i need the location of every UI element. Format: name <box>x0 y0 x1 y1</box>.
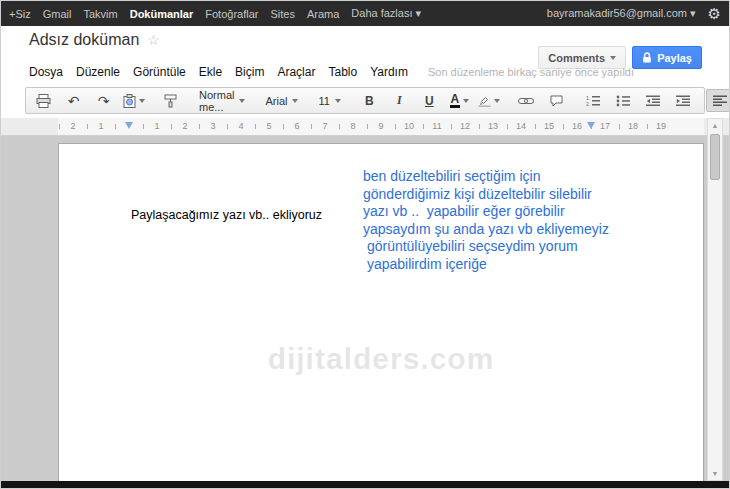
text-color-button[interactable]: A <box>445 89 474 112</box>
gbar-link[interactable]: Daha fazlası ▾ <box>351 7 421 20</box>
italic-label: I <box>397 93 402 108</box>
ruler-number: 9 <box>367 118 395 135</box>
menu-bar: DosyaDüzenleGörüntüleEkleBiçimAraçlarTab… <box>29 65 634 79</box>
comment-bubble-icon <box>550 95 563 107</box>
bold-label: B <box>365 94 374 108</box>
gbar-link[interactable]: Takvim <box>83 8 117 20</box>
title-row: Adsız doküman ☆ <box>29 31 160 49</box>
account-email[interactable]: bayramakadir56@gmail.com ▾ <box>547 7 696 20</box>
gbar-link-dokumanlar[interactable]: Dokümanlar <box>130 8 194 20</box>
ruler-number: 10 <box>395 118 423 135</box>
gbar-link[interactable]: Arama <box>307 8 339 20</box>
svg-text:2.: 2. <box>586 101 590 107</box>
document-canvas: Paylaşacağımız yazı vb.. ekliyoruz ben d… <box>1 136 729 481</box>
chevron-down-icon <box>292 99 298 103</box>
ruler-number: 2 <box>171 118 199 135</box>
bullet-list-icon <box>616 95 631 107</box>
bold-button[interactable]: B <box>355 89 384 112</box>
indent-marker-left[interactable] <box>125 122 133 129</box>
menu-item[interactable]: Yardım <box>370 65 408 79</box>
bullet-list-button[interactable] <box>609 89 638 112</box>
redo-icon: ↷ <box>98 94 110 108</box>
paint-format-button[interactable] <box>156 89 185 112</box>
svg-text:1.: 1. <box>586 95 590 101</box>
document-page[interactable]: Paylaşacağımız yazı vb.. ekliyoruz ben d… <box>58 143 704 481</box>
ruler-number: 17 <box>591 118 619 135</box>
share-label: Paylaş <box>657 52 692 64</box>
bottom-edge-bar <box>1 481 729 488</box>
font-dropdown[interactable]: Arial <box>259 90 304 111</box>
print-icon <box>36 94 51 108</box>
web-clipboard-button[interactable] <box>119 89 148 112</box>
menu-item[interactable]: Görüntüle <box>133 65 186 79</box>
vertical-scrollbar[interactable]: ▲ ▼ <box>707 118 723 481</box>
gbar-link[interactable]: Sites <box>270 8 294 20</box>
menu-item[interactable]: Dosya <box>29 65 63 79</box>
styles-value: Normal me... <box>199 89 234 113</box>
indent-decrease-button[interactable] <box>639 89 668 112</box>
ruler-number: 3 <box>199 118 227 135</box>
ruler-number: 14 <box>507 118 535 135</box>
ruler[interactable]: 2112345678910111213141516171819 <box>1 118 729 136</box>
scroll-up-icon[interactable]: ▲ <box>708 119 722 132</box>
menu-item[interactable]: Biçim <box>235 65 264 79</box>
indent-marker-right[interactable] <box>587 122 595 129</box>
ruler-number: 11 <box>423 118 451 135</box>
paint-format-icon <box>164 94 177 108</box>
menu-item[interactable]: Ekle <box>199 65 222 79</box>
ruler-number: 4 <box>227 118 255 135</box>
scroll-down-icon[interactable]: ▼ <box>708 467 722 480</box>
align-left-icon <box>713 95 727 107</box>
gbar-link[interactable]: +Siz <box>9 8 31 20</box>
share-button[interactable]: Paylaş <box>632 46 702 69</box>
menu-item[interactable]: Tablo <box>328 65 357 79</box>
ruler-number: 2 <box>59 118 87 135</box>
underline-button[interactable]: U <box>415 89 444 112</box>
gear-icon[interactable]: ⚙ <box>708 6 721 21</box>
ruler-number: 19 <box>647 118 675 135</box>
toolbar: ↶ ↷ Normal me... Arial 11 <box>25 87 705 114</box>
link-icon <box>518 96 534 106</box>
undo-icon: ↶ <box>68 94 80 108</box>
undo-button[interactable]: ↶ <box>59 89 88 112</box>
menu-item[interactable]: Araçlar <box>277 65 315 79</box>
menu-item[interactable]: Düzenle <box>76 65 120 79</box>
styles-dropdown[interactable]: Normal me... <box>193 90 251 111</box>
ruler-number: 13 <box>479 118 507 135</box>
ruler-number: 8 <box>339 118 367 135</box>
ruler-number: 5 <box>255 118 283 135</box>
comments-label: Comments <box>548 52 605 64</box>
google-bar-links: +SizGmailTakvim Dokümanlar FotoğraflarSi… <box>9 7 421 20</box>
page-title[interactable]: Adsız doküman <box>29 31 139 49</box>
scrollbar-thumb[interactable] <box>710 134 720 180</box>
document-blue-text[interactable]: ben düzeltebiliri seçtiğim için gönderdi… <box>363 168 631 273</box>
indent-increase-button[interactable] <box>669 89 698 112</box>
highlight-color-button[interactable] <box>475 89 504 112</box>
indent-increase-icon <box>676 95 691 107</box>
google-bar-account: bayramakadir56@gmail.com ▾ ⚙ <box>547 6 721 21</box>
font-size-dropdown[interactable]: 11 <box>312 90 346 111</box>
underline-label: U <box>425 94 434 108</box>
document-paragraph[interactable]: Paylaşacağımız yazı vb.. ekliyoruz <box>131 208 322 222</box>
italic-button[interactable]: I <box>385 89 414 112</box>
chevron-down-icon <box>610 56 616 60</box>
align-left-button[interactable] <box>706 89 730 112</box>
google-docs-window: +SizGmailTakvim Dokümanlar FotoğraflarSi… <box>0 0 730 489</box>
last-edit-status: Son düzenleme birkaç saniye önce yapıldı <box>428 66 634 78</box>
ruler-number: 6 <box>283 118 311 135</box>
insert-comment-button[interactable] <box>542 89 571 112</box>
google-top-bar: +SizGmailTakvim Dokümanlar FotoğraflarSi… <box>1 1 729 26</box>
star-icon[interactable]: ☆ <box>147 32 160 48</box>
ruler-number: 18 <box>619 118 647 135</box>
print-button[interactable] <box>29 89 58 112</box>
insert-link-button[interactable] <box>512 89 541 112</box>
lock-icon <box>642 52 652 64</box>
chevron-down-icon <box>139 99 145 103</box>
redo-button[interactable]: ↷ <box>89 89 118 112</box>
ruler-number: 7 <box>311 118 339 135</box>
font-size-value: 11 <box>318 95 329 107</box>
chevron-down-icon <box>463 99 469 103</box>
gbar-link[interactable]: Fotoğraflar <box>205 8 258 20</box>
numbered-list-button[interactable]: 1.2. <box>579 89 608 112</box>
gbar-link[interactable]: Gmail <box>43 8 72 20</box>
